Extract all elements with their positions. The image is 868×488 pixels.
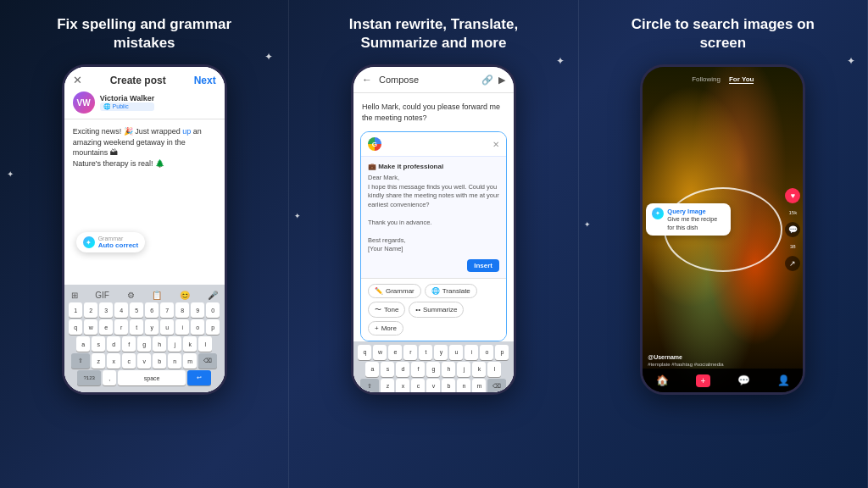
add-nav-button[interactable]: +	[696, 374, 711, 387]
kb-return-key[interactable]: ↩	[187, 370, 211, 385]
kb-clip-icon[interactable]: 📋	[152, 291, 162, 300]
translate-chip-btn[interactable]: 🌐 Translate	[425, 284, 477, 298]
kb-key[interactable]: a	[76, 336, 90, 352]
kb-key[interactable]: 6	[145, 302, 159, 318]
kb-shift-key[interactable]: ⇧	[71, 353, 90, 369]
kb-key[interactable]: d	[396, 362, 409, 377]
kb-gif-icon[interactable]: GIF	[95, 291, 109, 300]
kb-key[interactable]: k	[183, 336, 197, 352]
kb-key[interactable]: i	[465, 345, 478, 360]
following-tab[interactable]: Following	[692, 75, 721, 84]
email-body[interactable]: Hello Mark, could you please forward me …	[353, 93, 514, 131]
visibility-badge[interactable]: 🌐 Public	[100, 103, 155, 111]
kb-key[interactable]: n	[457, 379, 470, 394]
profile-nav-icon[interactable]: 👤	[777, 374, 790, 386]
kb-key[interactable]: r	[114, 319, 128, 335]
messages-nav-icon[interactable]: 💬	[737, 374, 750, 386]
kb-key[interactable]: z	[92, 353, 105, 369]
kb-key[interactable]: g	[426, 362, 440, 377]
kb-key[interactable]: q	[358, 345, 371, 360]
kb-key[interactable]: b	[442, 379, 455, 394]
kb-key[interactable]: x	[107, 353, 120, 369]
kb-key[interactable]: l	[487, 362, 501, 377]
kb-key[interactable]: j	[457, 362, 470, 377]
kb-key[interactable]: 5	[130, 302, 143, 318]
kb-space-key[interactable]: space	[118, 370, 186, 385]
kb-key[interactable]: f	[411, 362, 425, 377]
send-icon[interactable]: ▶	[498, 75, 505, 86]
kb-backspace-key[interactable]: ⌫	[487, 379, 506, 394]
more-chip-btn[interactable]: + More	[368, 321, 403, 336]
kb-key[interactable]: h	[442, 362, 455, 377]
kb-key[interactable]: l	[198, 336, 212, 352]
kb-mic-icon[interactable]: 🎤	[208, 291, 218, 300]
kb-key[interactable]: 1	[69, 302, 82, 318]
insert-button[interactable]: Insert	[467, 259, 499, 272]
kb-key[interactable]: 2	[84, 302, 97, 318]
kb-key[interactable]: p	[206, 319, 220, 335]
kb-key[interactable]: e	[99, 319, 113, 335]
kb-key[interactable]: z	[381, 379, 394, 394]
kb-key[interactable]: r	[403, 345, 417, 360]
keyboard[interactable]: ⊞ GIF ⚙ 📋 😊 🎤 1234567890 qwertyuiop	[64, 285, 225, 392]
close-button[interactable]: ✕	[73, 74, 82, 86]
kb-key[interactable]: t	[130, 319, 143, 335]
like-button[interactable]: ♥	[785, 188, 800, 203]
kb-grid-icon[interactable]: ⊞	[71, 291, 78, 300]
kb-key[interactable]: c	[411, 379, 425, 394]
kb-key[interactable]: e	[388, 345, 402, 360]
kb-settings-icon[interactable]: ⚙	[127, 291, 135, 300]
kb-key[interactable]: y	[434, 345, 448, 360]
back-button[interactable]: ←	[362, 74, 372, 86]
home-nav-icon[interactable]: 🏠	[656, 374, 669, 386]
ai-modal-close[interactable]: ✕	[492, 140, 499, 149]
kb-key[interactable]: w	[373, 345, 387, 360]
kb-key[interactable]: w	[84, 319, 97, 335]
kb-key[interactable]: k	[472, 362, 486, 377]
kb-key[interactable]: 0	[206, 302, 220, 318]
kb-key[interactable]: s	[381, 362, 394, 377]
summarize-chip-btn[interactable]: •• Summarize	[409, 302, 464, 318]
kb-key[interactable]: u	[449, 345, 463, 360]
kb-key[interactable]: o	[480, 345, 493, 360]
kb-key[interactable]: a	[365, 362, 379, 377]
query-bubble[interactable]: ✦ Query Image Give me the recipe for thi…	[646, 203, 731, 235]
kb-key[interactable]: j	[168, 336, 181, 352]
kb-key[interactable]: p	[495, 345, 509, 360]
for-you-tab[interactable]: For You	[729, 75, 754, 84]
kb-key[interactable]: d	[107, 336, 120, 352]
kb-key[interactable]: o	[191, 319, 204, 335]
kb-key[interactable]: q	[69, 319, 82, 335]
kb-key[interactable]: m	[183, 353, 197, 369]
kb-key[interactable]: 8	[175, 302, 189, 318]
kb-key[interactable]: x	[396, 379, 409, 394]
kb-key[interactable]: v	[137, 353, 151, 369]
kb-key[interactable]: 4	[114, 302, 128, 318]
kb-comma-key[interactable]: ,	[103, 370, 116, 385]
kb-key[interactable]: v	[426, 379, 440, 394]
kb-key[interactable]: 7	[160, 302, 174, 318]
kb-key[interactable]: c	[122, 353, 136, 369]
kb-key[interactable]: h	[153, 336, 166, 352]
comment-button[interactable]: 💬	[785, 222, 800, 237]
kb-key[interactable]: n	[168, 353, 181, 369]
kb-key[interactable]: m	[472, 379, 486, 394]
kb-key[interactable]: b	[153, 353, 166, 369]
grammar-chip-btn[interactable]: ✏️ Grammar	[368, 284, 421, 298]
kb-key[interactable]: g	[137, 336, 151, 352]
kb-sticker-icon[interactable]: 😊	[180, 291, 190, 300]
kb-shift-key[interactable]: ⇧	[360, 379, 379, 394]
kb-key[interactable]: i	[175, 319, 189, 335]
kb-key[interactable]: u	[160, 319, 174, 335]
kb-key[interactable]: y	[145, 319, 159, 335]
tone-chip-btn[interactable]: 〜 Tone	[368, 302, 405, 318]
kb-key[interactable]: 9	[191, 302, 204, 318]
kb-key[interactable]: t	[419, 345, 432, 360]
kb-key[interactable]: s	[92, 336, 105, 352]
next-button[interactable]: Next	[194, 75, 216, 86]
link-icon[interactable]: 🔗	[481, 75, 493, 86]
kb-123-key[interactable]: ?123	[77, 370, 101, 385]
kb-backspace-key[interactable]: ⌫	[198, 353, 217, 369]
share-button[interactable]: ↗	[785, 256, 800, 271]
kb-key[interactable]: f	[122, 336, 136, 352]
